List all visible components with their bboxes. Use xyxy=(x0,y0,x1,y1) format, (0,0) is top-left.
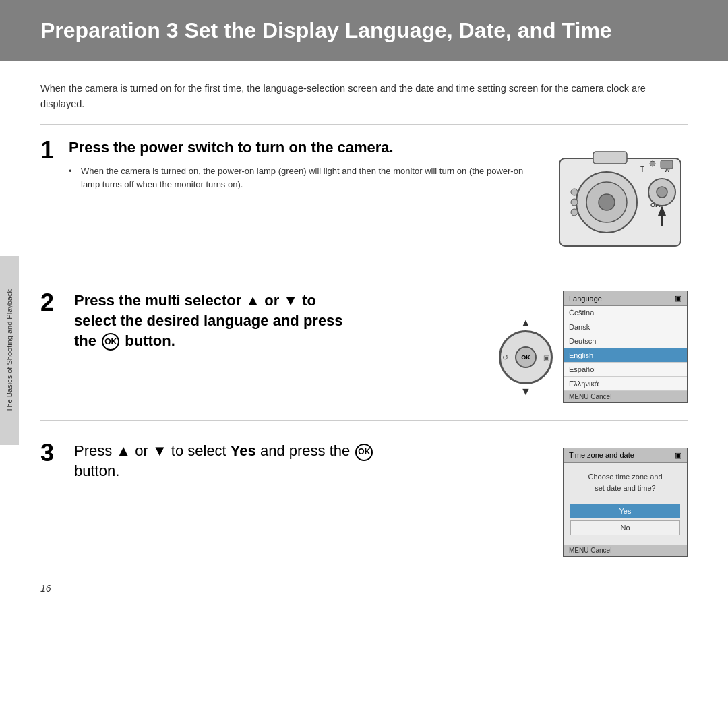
step-3-suffix: and press the xyxy=(260,442,350,459)
svg-rect-14 xyxy=(661,160,673,169)
tz-screen-body: Choose time zone and set date and time? xyxy=(564,463,687,502)
ok-button-icon: OK xyxy=(102,333,119,351)
timezone-screen: Time zone and date ▣ Choose time zone an… xyxy=(563,448,688,557)
step-3-section: 3 Press ▲ or ▼ to select Yes and press t… xyxy=(40,441,688,574)
tz-spacer xyxy=(564,538,687,545)
svg-rect-4 xyxy=(593,152,627,164)
step-1-content: 1 Press the power switch to turn on the … xyxy=(40,138,553,191)
language-item-espanol: Español xyxy=(564,363,687,377)
tz-body-line2: set date and time? xyxy=(569,483,681,494)
tz-screen-icon: ▣ xyxy=(675,451,681,460)
arrow-down-icon: ▼ xyxy=(495,386,556,398)
svg-point-10 xyxy=(657,187,667,198)
main-content: When the camera is turned on for the fir… xyxy=(0,61,728,607)
step-3-end: button. xyxy=(74,462,119,479)
step-3-bold: Yes xyxy=(231,442,256,459)
ok-center: OK xyxy=(515,346,537,368)
tz-body-line1: Choose time zone and xyxy=(569,471,681,483)
language-screen-title: Language xyxy=(569,295,602,303)
step-3-number: 3 xyxy=(40,441,61,465)
step-2-content: 2 Press the multi selector ▲ or ▼ to sel… xyxy=(40,291,495,351)
tz-option-no: No xyxy=(570,520,680,535)
ok-label-2: OK xyxy=(358,446,370,457)
intro-text: When the camera is turned on for the fir… xyxy=(40,81,688,125)
ok-button-icon-2: OK xyxy=(355,444,373,461)
svg-point-17 xyxy=(571,209,578,216)
step-1-number: 1 xyxy=(40,138,61,162)
tz-screen-footer: MENU Cancel xyxy=(564,545,687,556)
svg-point-3 xyxy=(599,194,615,210)
camera-svg: T W ON/ OFF xyxy=(553,138,688,253)
step-2-line2: select the desired language and press xyxy=(74,312,343,329)
step-2-number: 2 xyxy=(40,291,61,315)
language-screen: Language ▣ Čeština Dansk Deutsch English… xyxy=(563,291,688,403)
svg-point-15 xyxy=(571,189,578,195)
language-item-deutsch: Deutsch xyxy=(564,334,687,348)
step-3-prefix: Press ▲ or ▼ to select xyxy=(74,442,226,459)
step-1-body: Press the power switch to turn on the ca… xyxy=(69,138,539,191)
step-3-body: Press ▲ or ▼ to select Yes and press the… xyxy=(74,441,374,481)
step-3-title: Press ▲ or ▼ to select Yes and press the… xyxy=(74,441,374,481)
language-screen-icon: ▣ xyxy=(675,294,681,303)
step-2-line4: button. xyxy=(125,332,175,349)
step-2-row: 2 Press the multi selector ▲ or ▼ to sel… xyxy=(40,291,482,351)
selector-right: ▣ xyxy=(543,353,549,361)
selector-ring: ↺ OK ▣ xyxy=(499,330,553,384)
arrow-up-icon: ▲ xyxy=(495,317,556,329)
language-item-cestina: Čeština xyxy=(564,306,687,320)
camera-diagram: T W ON/ OFF xyxy=(553,138,688,253)
language-item-english: English xyxy=(564,348,687,363)
language-item-greek: Ελληνικά xyxy=(564,377,687,391)
step-2-image-area: ▲ ↺ OK ▣ ▼ Language ▣ Čeština Dansk xyxy=(495,291,688,403)
step-2-section: 2 Press the multi selector ▲ or ▼ to sel… xyxy=(40,291,688,421)
step-1-header: 1 Press the power switch to turn on the … xyxy=(40,138,539,191)
language-screen-footer: MENU Cancel xyxy=(564,391,687,402)
step-2-line3: the xyxy=(74,332,96,349)
selector-left: ↺ xyxy=(502,353,508,361)
step-2-line1: Press the multi selector ▲ or ▼ to xyxy=(74,292,316,309)
step-3-content: 3 Press ▲ or ▼ to select Yes and press t… xyxy=(40,441,563,481)
ok-label: OK xyxy=(104,336,117,347)
step-2-title: Press the multi selector ▲ or ▼ to selec… xyxy=(74,291,343,351)
header-bar: Preparation 3 Set the Display Language, … xyxy=(0,0,728,61)
language-screen-header: Language ▣ xyxy=(564,291,687,306)
tz-option-yes: Yes xyxy=(570,504,680,518)
svg-point-16 xyxy=(571,199,578,206)
step-3-row: 3 Press ▲ or ▼ to select Yes and press t… xyxy=(40,441,549,481)
step-2-body: Press the multi selector ▲ or ▼ to selec… xyxy=(74,291,343,351)
page-title: Preparation 3 Set the Display Language, … xyxy=(40,18,612,43)
language-item-dansk: Dansk xyxy=(564,320,687,334)
page-number: 16 xyxy=(40,583,51,594)
step-1-bullet: When the camera is turned on, the power-… xyxy=(69,164,539,191)
step-1-title: Press the power switch to turn on the ca… xyxy=(69,138,539,158)
multi-selector-diagram: ▲ ↺ OK ▣ ▼ xyxy=(495,317,556,384)
svg-point-13 xyxy=(650,161,655,166)
tz-screen-title: Time zone and date xyxy=(569,451,634,460)
tz-screen-container: Time zone and date ▣ Choose time zone an… xyxy=(563,448,688,557)
tz-screen-header: Time zone and date ▣ xyxy=(564,448,687,463)
step-1-section: 1 Press the power switch to turn on the … xyxy=(40,138,688,270)
svg-text:T: T xyxy=(640,166,644,173)
